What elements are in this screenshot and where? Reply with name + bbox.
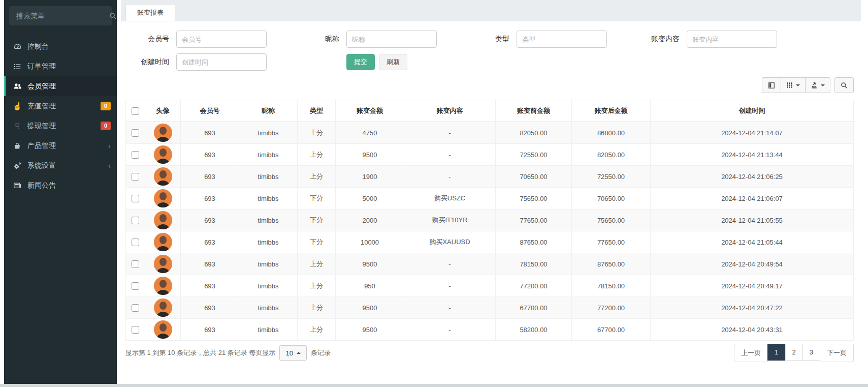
- card-view-button[interactable]: [762, 77, 781, 93]
- sidebar-item-dashboard[interactable]: 控制台: [4, 37, 117, 56]
- table-row: 693timibbs上分4750-82050.0086800.002024-12…: [126, 122, 854, 144]
- avatar-body: [156, 137, 170, 142]
- cell-type: 上分: [298, 319, 336, 341]
- cell-nickname: timibbs: [239, 144, 298, 166]
- row-checkbox[interactable]: [132, 129, 139, 137]
- gears-icon: [12, 161, 22, 170]
- sidebar-item-orders[interactable]: 订单管理: [4, 56, 117, 76]
- filter-member-id: 会员号: [125, 31, 296, 48]
- column-header: 账变前金额: [496, 100, 572, 122]
- avatar-cell: [145, 210, 181, 231]
- cell-after-amount: 87650.00: [572, 253, 651, 275]
- card-view-icon: [768, 82, 775, 89]
- type-input[interactable]: [517, 31, 607, 48]
- row-checkbox[interactable]: [132, 282, 139, 290]
- count-badge: 0: [101, 122, 111, 130]
- row-checkbox[interactable]: [132, 239, 139, 246]
- refresh-button[interactable]: 刷新: [379, 54, 407, 70]
- cell-before-amount: 77650.00: [496, 210, 572, 231]
- page-button-1: 1: [768, 344, 785, 362]
- next-page-button-link[interactable]: 下一页: [820, 344, 854, 362]
- search-icon[interactable]: [109, 12, 117, 20]
- page-button-3-link[interactable]: 3: [802, 344, 820, 361]
- cell-after-amount: 67700.00: [572, 319, 651, 341]
- row-checkbox[interactable]: [132, 195, 139, 202]
- cell-amount: 5000: [336, 188, 404, 210]
- avatar-head: [159, 258, 167, 266]
- pagination-info-text: 显示第 1 到第 10 条记录，总共 21 条记录 每页显示: [125, 348, 275, 358]
- tab-account-change-report[interactable]: 账变报表: [125, 4, 175, 21]
- cell-created: 2024-12-04 20:43:31: [651, 319, 854, 341]
- row-checkbox[interactable]: [132, 260, 139, 268]
- cell-created: 2024-12-04 21:06:07: [651, 188, 854, 210]
- avatar-cell: [145, 166, 181, 188]
- table-search-button[interactable]: [834, 77, 854, 93]
- page-button-2-link[interactable]: 2: [785, 344, 803, 361]
- created-label: 创建时间: [125, 57, 176, 67]
- cell-amount: 1900: [336, 166, 404, 188]
- cell-type: 下分: [298, 188, 336, 210]
- avatar-head: [159, 280, 167, 288]
- created-input[interactable]: [176, 53, 267, 71]
- avatar-cell: [145, 253, 181, 275]
- filter-type: 类型: [466, 31, 636, 48]
- row-checkbox[interactable]: [132, 304, 139, 312]
- list-icon: [12, 63, 22, 71]
- page-button-1-link[interactable]: 1: [767, 344, 785, 361]
- search-icon: [841, 82, 848, 89]
- cell-type: 下分: [298, 231, 336, 253]
- row-checkbox[interactable]: [132, 326, 139, 334]
- page-size-dropdown[interactable]: 10: [279, 345, 306, 361]
- column-header: 账变金额: [336, 100, 404, 122]
- member-id-input[interactable]: [176, 31, 267, 48]
- cell-amount: 950: [336, 275, 404, 297]
- sidebar-search-input[interactable]: [15, 11, 109, 20]
- avatar-head: [159, 170, 167, 178]
- select-all-checkbox[interactable]: [132, 107, 139, 115]
- table-footer: 显示第 1 到第 10 条记录，总共 21 条记录 每页显示 10 条记录 上一…: [125, 344, 854, 362]
- avatar-head: [159, 148, 167, 157]
- avatar: [154, 255, 172, 273]
- row-checkbox[interactable]: [132, 173, 139, 181]
- sidebar-item-recharge[interactable]: ☝充值管理0: [4, 96, 117, 116]
- avatar-body: [156, 246, 170, 251]
- cell-amount: 9500: [336, 319, 404, 341]
- row-select-cell: [126, 166, 145, 188]
- columns-grid-icon: [786, 82, 793, 88]
- sidebar-item-label: 新闻公告: [27, 181, 56, 190]
- export-dropdown-button[interactable]: [805, 77, 830, 93]
- sidebar-item-news[interactable]: 新闻公告: [4, 175, 117, 195]
- sidebar-item-withdraw[interactable]: ☟提现管理0: [4, 116, 117, 136]
- cell-created: 2024-12-04 21:06:25: [651, 166, 854, 188]
- cell-content: -: [404, 275, 496, 297]
- cell-type: 下分: [298, 210, 336, 231]
- page-button-2: 2: [786, 344, 803, 362]
- cell-created: 2024-12-04 21:05:44: [651, 231, 854, 253]
- avatar: [154, 211, 172, 229]
- cell-before-amount: 77200.00: [496, 275, 572, 297]
- sidebar-item-label: 会员管理: [27, 82, 56, 91]
- column-header: 创建时间: [651, 100, 854, 122]
- cell-amount: 9500: [336, 297, 404, 319]
- sidebar-item-settings[interactable]: 系统设置‹: [4, 156, 117, 175]
- page-button-3: 3: [803, 344, 820, 362]
- table-row: 693timibbs上分9500-78150.0087650.002024-12…: [126, 253, 854, 275]
- dashboard-icon: [12, 42, 22, 51]
- avatar-body: [156, 268, 170, 273]
- users-icon: [12, 82, 22, 91]
- row-checkbox[interactable]: [132, 151, 139, 159]
- sidebar-menu: 控制台订单管理会员管理☝充值管理0☟提现管理0产品管理‹系统设置‹新闻公告: [4, 37, 117, 195]
- submit-button[interactable]: 提交: [346, 54, 375, 70]
- nickname-input[interactable]: [346, 31, 437, 48]
- avatar-body: [156, 224, 170, 229]
- avatar-head: [159, 302, 167, 310]
- filter-nickname: 昵称: [296, 31, 466, 48]
- columns-dropdown-button[interactable]: [781, 77, 806, 93]
- content-input[interactable]: [687, 31, 777, 48]
- row-checkbox[interactable]: [132, 217, 139, 224]
- cell-content: -: [404, 144, 496, 166]
- sidebar-item-members[interactable]: 会员管理: [4, 76, 117, 96]
- sidebar-item-products[interactable]: 产品管理‹: [4, 136, 117, 156]
- prev-page-button-link[interactable]: 上一页: [734, 344, 768, 362]
- cell-type: 上分: [298, 297, 336, 319]
